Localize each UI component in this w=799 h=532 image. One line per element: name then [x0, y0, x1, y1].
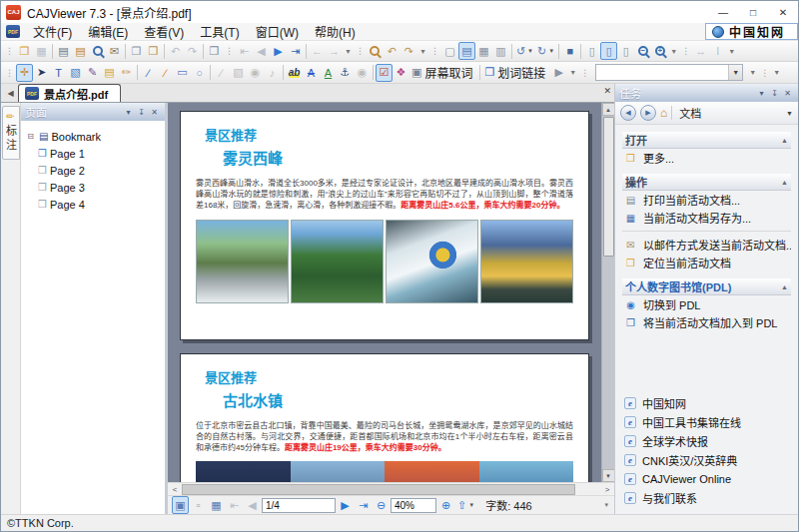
toolbar-overflow-button[interactable]: ▼ [345, 48, 352, 55]
save-button[interactable]: ▦ [33, 42, 50, 60]
strikeout-button[interactable]: A [303, 64, 320, 82]
panel-menu-icon[interactable]: ▾ [122, 108, 135, 117]
toolbar-overflow-button[interactable]: ▼ [773, 69, 780, 76]
ocr-button[interactable]: ✎ [84, 64, 101, 82]
hyperlink-button[interactable]: ◉ [354, 64, 371, 82]
anchor-button[interactable]: ⚓ [337, 64, 354, 82]
scroll-right-icon[interactable]: > [600, 483, 614, 495]
task-forward-button[interactable]: ▶ [640, 105, 656, 121]
zoom-out-button[interactable]: ⊖ [373, 496, 390, 514]
collapse-navbar-button[interactable]: ▾ [604, 501, 608, 509]
menu-item-3[interactable]: 工具(T) [192, 22, 247, 41]
rotate-right-button[interactable]: ↻▼ [535, 42, 556, 60]
home-icon[interactable]: ⌂ [660, 106, 667, 120]
scroll-left-icon[interactable]: < [168, 483, 182, 495]
first-page-button[interactable]: ⇤ [226, 496, 243, 514]
single-page-button[interactable]: ▢ [441, 42, 458, 60]
text-cursor-button[interactable]: I [709, 42, 726, 60]
fullscreen-button[interactable]: ■ [561, 42, 578, 60]
panel-close-icon[interactable]: ✕ [148, 108, 161, 117]
task-category-select[interactable]: 文档 [679, 105, 701, 121]
toolbar-overflow-button[interactable]: ▼ [569, 69, 576, 76]
external-link-2[interactable]: e全球学术快报 [624, 431, 791, 450]
tab-close-button[interactable]: ✕ [603, 86, 611, 96]
toolbar-overflow-button[interactable]: ▼ [728, 48, 735, 55]
chevron-down-icon[interactable]: ▼ [548, 48, 554, 54]
screen-capture-button[interactable]: ▣屏幕取词 [409, 64, 477, 82]
panel-menu-icon[interactable]: ▾ [755, 89, 768, 98]
pencil-tool-button[interactable]: ∕ [157, 64, 174, 82]
previous-view-button[interactable]: ↶ [384, 42, 400, 60]
bookmark-page-item-4[interactable]: ❒Page 4 [25, 196, 163, 213]
movie-button[interactable]: ◉ [247, 64, 264, 82]
task-item[interactable]: ✉以邮件方式发送当前活动文档... [622, 236, 791, 254]
task-section-header[interactable]: 打开▲ [622, 132, 791, 149]
chevron-down-icon[interactable]: ▼ [527, 48, 533, 54]
document-viewport[interactable]: 景区推荐 雾灵西峰 雾灵西峰高山滑水，滑道全长3000多米，是经过专家论证设计，… [168, 103, 614, 482]
menu-item-2[interactable]: 查看(V) [136, 22, 192, 41]
task-section-header[interactable]: 个人数字图书馆(PDL)▲ [622, 278, 791, 295]
menu-item-1[interactable]: 编辑(E) [80, 22, 136, 41]
expand-toolbar-button[interactable]: ▶ [550, 64, 567, 82]
underline-button[interactable]: A [320, 64, 337, 82]
tab-document[interactable]: PDF 景点介绍.pdf [18, 84, 121, 102]
toolbar-combobox[interactable]: ▼ [595, 64, 743, 81]
close-button[interactable]: ✕ [768, 1, 798, 23]
fit-width-button[interactable]: ▯ [583, 42, 600, 60]
forward-view-button[interactable]: → [326, 42, 343, 60]
ellipse-tool-button[interactable]: ○ [191, 64, 208, 82]
properties-button[interactable]: ❒ [206, 42, 223, 60]
prev-page-button[interactable]: ◀ [244, 496, 261, 514]
task-item[interactable]: ❒更多... [622, 149, 791, 167]
last-page-button[interactable]: ⇥ [287, 42, 304, 60]
line-tool-button[interactable]: ∕ [140, 64, 157, 82]
task-back-button[interactable]: ◀ [620, 105, 636, 121]
email-button[interactable]: ✉ [106, 42, 123, 60]
collapse-section-icon[interactable]: ▲ [781, 137, 788, 144]
external-link-0[interactable]: e中国知网 [624, 393, 791, 412]
layout-continuous-button[interactable]: ▣ [172, 496, 189, 514]
horizontal-scrollbar[interactable]: < > [168, 482, 614, 495]
external-link-5[interactable]: e与我们联系 [624, 488, 791, 507]
knowledge-network-button[interactable]: ❖ [393, 64, 409, 82]
menu-item-5[interactable]: 帮助(H) [307, 22, 364, 41]
annotation-image-button[interactable]: ▧ [230, 64, 247, 82]
print-preview-button[interactable] [89, 42, 106, 60]
toolbar-overflow-button[interactable]: ▼ [670, 48, 677, 55]
last-page-button[interactable]: ⇥ [355, 496, 372, 514]
redo-button[interactable]: ↷ [184, 42, 201, 60]
chevron-down-icon[interactable]: ▼ [786, 110, 793, 117]
task-item[interactable]: ▤打印当前活动文档... [622, 191, 791, 209]
select-tool-button[interactable]: ➤ [33, 64, 50, 82]
fit-mode-button[interactable]: ⇧▼ [455, 496, 476, 514]
hand-tool-button[interactable]: ✛ [16, 64, 33, 82]
toolbar-overflow-button[interactable]: ▼ [419, 48, 426, 55]
undo-button[interactable]: ↶ [167, 42, 184, 60]
text-note-button[interactable]: ✏ [118, 64, 135, 82]
rotate-left-button[interactable]: ↺▼ [514, 42, 535, 60]
print-button[interactable]: ▤ [55, 42, 72, 60]
image-select-button[interactable]: ▧ [67, 64, 84, 82]
open-button[interactable]: ❐ [16, 42, 33, 60]
zoom-out-button[interactable]: − [634, 42, 651, 60]
collapse-section-icon[interactable]: ▲ [781, 283, 788, 290]
external-link-4[interactable]: eCAJViewer Online [624, 469, 791, 488]
menu-item-4[interactable]: 窗口(W) [248, 22, 307, 41]
bookmark-root[interactable]: ⊟▤Bookmark [25, 128, 163, 145]
zoom-in-button[interactable]: + [651, 42, 668, 60]
back-view-button[interactable]: ← [309, 42, 326, 60]
copy-button[interactable]: ❐ [128, 42, 145, 60]
maximize-button[interactable]: □ [738, 1, 768, 23]
scroll-down-icon[interactable]: ▼ [602, 469, 615, 482]
toolbar-overflow-button[interactable]: ▼ [749, 69, 756, 76]
bookmark-page-item-2[interactable]: ❒Page 2 [25, 162, 163, 179]
external-link-1[interactable]: e中国工具书集锦在线 [624, 412, 791, 431]
collapse-section-icon[interactable]: ▲ [781, 179, 788, 186]
note-button[interactable]: ▤ [101, 64, 118, 82]
panel-pin-icon[interactable]: ↧ [768, 89, 781, 98]
next-page-button[interactable]: ▶ [337, 496, 354, 514]
cnki-brand-button[interactable]: 中国知网 [705, 23, 798, 40]
next-page-button[interactable]: ▶ [270, 42, 287, 60]
zoom-level-input[interactable] [391, 498, 436, 513]
next-view-button[interactable]: ↷ [400, 42, 417, 60]
